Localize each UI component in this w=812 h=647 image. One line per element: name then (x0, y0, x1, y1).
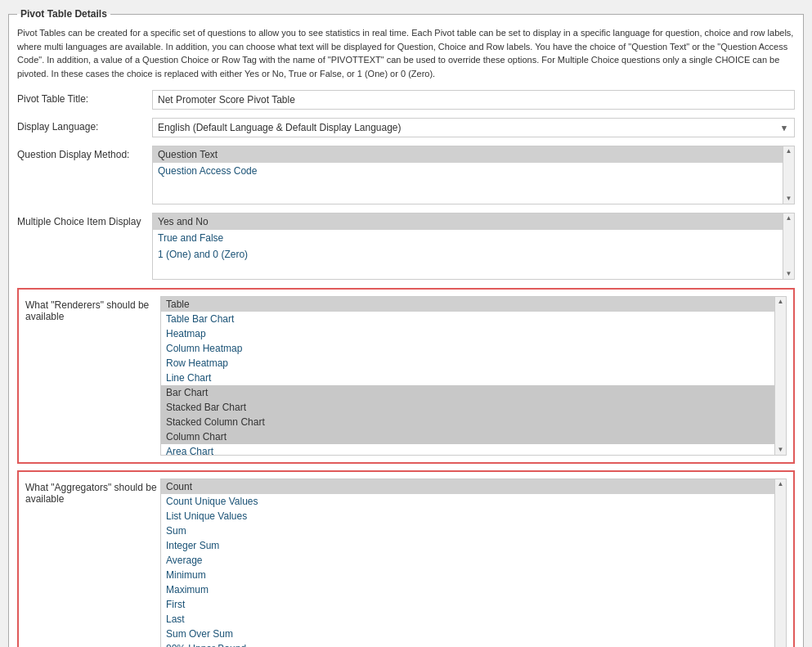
scroll-up-icon[interactable]: ▲ (778, 481, 784, 487)
list-item[interactable]: Sum (161, 523, 774, 538)
scrollbar: ▲ ▼ (774, 297, 786, 455)
list-item[interactable]: First (161, 597, 774, 612)
multiple-choice-items: Yes and No True and False 1 (One) and 0 … (153, 213, 783, 279)
display-language-label: Display Language: (17, 118, 152, 133)
aggregators-row: What "Aggregators" should be available C… (25, 479, 787, 647)
question-display-listbox: Question Text Question Access Code ▲ ▼ (152, 146, 795, 204)
list-item[interactable]: 1 (One) and 0 (Zero) (153, 246, 783, 263)
list-item[interactable]: Yes and No (153, 213, 783, 230)
list-item[interactable]: Maximum (161, 582, 774, 597)
list-item[interactable]: Stacked Bar Chart (161, 400, 774, 415)
renderers-items: Table Table Bar Chart Heatmap Column Hea… (161, 297, 774, 455)
scroll-up-icon[interactable]: ▲ (778, 299, 784, 305)
scrollbar: ▲ ▼ (783, 213, 794, 279)
multiple-choice-control: Yes and No True and False 1 (One) and 0 … (152, 213, 795, 280)
renderers-listbox: Table Table Bar Chart Heatmap Column Hea… (160, 296, 787, 456)
display-language-row: Display Language: English (Default Langu… (17, 118, 795, 137)
list-item[interactable]: Integer Sum (161, 538, 774, 553)
question-display-label: Question Display Method: (17, 146, 152, 160)
list-item[interactable]: Table (161, 297, 774, 312)
question-display-control: Question Text Question Access Code ▲ ▼ (152, 146, 795, 204)
multiple-choice-row: Multiple Choice Item Display Yes and No … (17, 213, 795, 280)
list-item[interactable]: Bar Chart (161, 385, 774, 400)
renderers-section: What "Renderers" should be available Tab… (17, 288, 795, 464)
list-item[interactable]: Column Chart (161, 429, 774, 444)
aggregators-control: Count Count Unique Values List Unique Va… (160, 479, 787, 647)
pivot-table-title-input[interactable] (152, 90, 795, 110)
question-display-row: Question Display Method: Question Text Q… (17, 146, 795, 204)
display-language-select-wrapper: English (Default Language & Default Disp… (152, 118, 795, 137)
list-item[interactable]: Heatmap (161, 326, 774, 341)
list-item[interactable]: Stacked Column Chart (161, 415, 774, 429)
pivot-table-title-control (152, 90, 795, 110)
question-display-items: Question Text Question Access Code (153, 146, 783, 204)
panel-title: Pivot Table Details (17, 8, 110, 20)
pivot-table-title-label: Pivot Table Title: (17, 90, 152, 105)
display-language-select[interactable]: English (Default Language & Default Disp… (152, 118, 795, 137)
renderers-label: What "Renderers" should be available (25, 296, 160, 322)
aggregators-label: What "Aggregators" should be available (25, 479, 160, 505)
scroll-down-icon[interactable]: ▼ (786, 195, 792, 202)
list-item[interactable]: Column Heatmap (161, 341, 774, 356)
display-language-control: English (Default Language & Default Disp… (152, 118, 795, 137)
renderers-row: What "Renderers" should be available Tab… (25, 296, 787, 456)
scrollbar: ▲ ▼ (774, 479, 786, 647)
list-item[interactable]: True and False (153, 230, 783, 246)
pivot-table-details-panel: Pivot Table Details Pivot Tables can be … (8, 8, 804, 647)
list-item[interactable]: Last (161, 612, 774, 627)
list-item[interactable]: Sum Over Sum (161, 627, 774, 641)
list-item[interactable]: Table Bar Chart (161, 312, 774, 326)
list-item[interactable]: Average (161, 553, 774, 568)
list-item[interactable]: Count Unique Values (161, 494, 774, 509)
multiple-choice-listbox: Yes and No True and False 1 (One) and 0 … (152, 213, 795, 280)
list-item[interactable]: Question Access Code (153, 163, 783, 179)
list-item[interactable]: Count (161, 479, 774, 494)
aggregators-items: Count Count Unique Values List Unique Va… (161, 479, 774, 647)
list-item[interactable]: Line Chart (161, 371, 774, 385)
scroll-up-icon[interactable]: ▲ (786, 148, 792, 155)
aggregators-listbox: Count Count Unique Values List Unique Va… (160, 479, 787, 647)
list-item[interactable]: 80% Upper Bound (161, 641, 774, 647)
pivot-table-title-row: Pivot Table Title: (17, 90, 795, 110)
list-item[interactable]: Question Text (153, 146, 783, 163)
list-item[interactable]: Row Heatmap (161, 356, 774, 371)
aggregators-section: What "Aggregators" should be available C… (17, 470, 795, 647)
list-item[interactable]: Area Chart (161, 444, 774, 455)
scroll-down-icon[interactable]: ▼ (778, 447, 784, 453)
scrollbar: ▲ ▼ (783, 146, 794, 204)
intro-text: Pivot Tables can be created for a specif… (17, 26, 795, 80)
scroll-up-icon[interactable]: ▲ (786, 215, 792, 222)
renderers-control: Table Table Bar Chart Heatmap Column Hea… (160, 296, 787, 456)
list-item[interactable]: Minimum (161, 568, 774, 582)
list-item[interactable]: List Unique Values (161, 509, 774, 523)
multiple-choice-label: Multiple Choice Item Display (17, 213, 152, 227)
scroll-down-icon[interactable]: ▼ (786, 271, 792, 277)
